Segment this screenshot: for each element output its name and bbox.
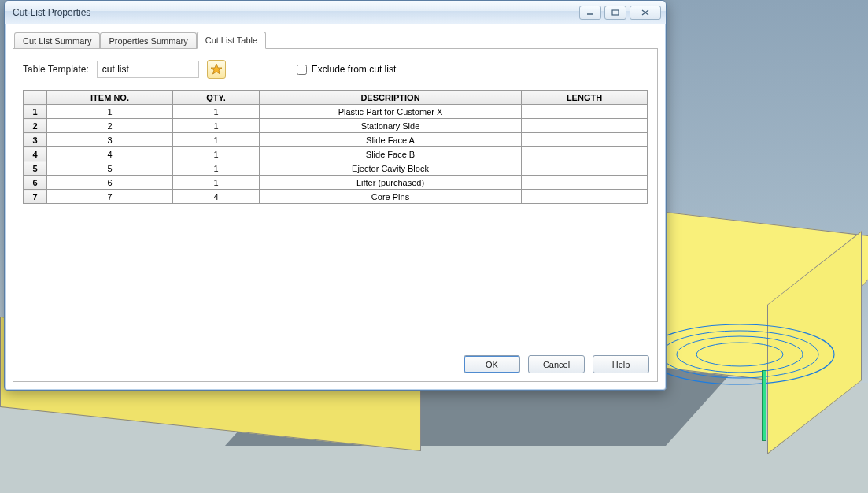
cell-length[interactable] [522,147,648,161]
column-header-item-no[interactable]: ITEM NO. [47,91,173,105]
maximize-icon [611,9,619,16]
table-template-input[interactable] [97,61,199,78]
cell-length[interactable] [522,105,648,119]
cut-list-properties-dialog: Cut-List Properties Cut List Summary Pro… [4,0,667,391]
tab-cut-list-table[interactable]: Cut List Table [197,32,266,49]
titlebar: Cut-List Properties [5,1,666,24]
tab-properties-summary[interactable]: Properties Summary [100,32,196,49]
cell-item-no[interactable]: 5 [47,161,173,176]
window-controls [579,6,661,20]
tab-strip: Cut List Summary Properties Summary Cut … [14,29,658,48]
table-row[interactable]: 441Slide Face B [24,147,648,161]
window-title: Cut-List Properties [13,7,579,18]
row-header[interactable]: 7 [24,190,47,204]
minimize-icon [586,9,594,16]
column-header-description[interactable]: DESCRIPTION [260,91,522,105]
cell-qty[interactable]: 1 [173,105,260,119]
table-row[interactable]: 111Plastic Part for Customer X [24,105,648,119]
cell-item-no[interactable]: 7 [47,190,173,204]
ok-button[interactable]: OK [464,355,520,373]
column-header-length[interactable]: LENGTH [522,91,648,105]
cell-item-no[interactable]: 6 [47,176,173,190]
close-icon [641,9,649,16]
cell-length[interactable] [522,133,648,147]
cell-qty[interactable]: 1 [173,161,260,176]
dialog-buttons: OK Cancel Help [464,355,649,373]
cell-qty[interactable]: 4 [173,190,260,204]
grid-corner[interactable] [24,91,47,105]
table-template-label: Table Template: [23,64,89,75]
row-header[interactable]: 4 [24,147,47,161]
cell-description[interactable]: Lifter (purchased) [260,176,522,190]
close-button[interactable] [630,6,661,20]
cell-description[interactable]: Core Pins [260,190,522,204]
help-button[interactable]: Help [593,355,649,373]
tab-cut-list-summary[interactable]: Cut List Summary [14,32,100,49]
cell-length[interactable] [522,190,648,204]
column-header-qty[interactable]: QTY. [173,91,260,105]
row-header[interactable]: 1 [24,105,47,119]
cell-length[interactable] [522,161,648,176]
maximize-button[interactable] [604,6,626,20]
minimize-button[interactable] [579,6,601,20]
cell-qty[interactable]: 1 [173,133,260,147]
cell-length[interactable] [522,119,648,133]
cell-qty[interactable]: 1 [173,119,260,133]
exclude-checkbox[interactable] [297,65,307,75]
svg-rect-5 [612,10,619,15]
table-row[interactable]: 774Core Pins [24,190,648,204]
cell-description[interactable]: Slide Face B [260,147,522,161]
cell-qty[interactable]: 1 [173,147,260,161]
tab-panel-cut-list-table: Table Template: Exclude from cut list IT… [13,48,658,382]
table-row[interactable]: 221Stationary Side [24,119,648,133]
cell-item-no[interactable]: 2 [47,119,173,133]
cell-item-no[interactable]: 4 [47,147,173,161]
exclude-label: Exclude from cut list [312,64,396,75]
cut-list-grid[interactable]: ITEM NO. QTY. DESCRIPTION LENGTH 111Plas… [23,90,648,204]
cancel-button[interactable]: Cancel [528,355,585,373]
cell-description[interactable]: Stationary Side [260,119,522,133]
table-row[interactable]: 551Ejector Cavity Block [24,161,648,176]
table-row[interactable]: 661Lifter (purchased) [24,176,648,190]
row-header[interactable]: 3 [24,133,47,147]
cell-description[interactable]: Slide Face A [260,133,522,147]
cell-description[interactable]: Ejector Cavity Block [260,161,522,176]
cell-length[interactable] [522,176,648,190]
exclude-from-cut-list: Exclude from cut list [297,64,396,75]
cell-qty[interactable]: 1 [173,176,260,190]
cell-item-no[interactable]: 3 [47,133,173,147]
template-row: Table Template: Exclude from cut list [23,60,648,79]
cell-item-no[interactable]: 1 [47,105,173,119]
model-ejector-pin [762,370,766,441]
row-header[interactable]: 2 [24,119,47,133]
star-icon [210,63,223,76]
browse-template-button[interactable] [207,60,226,79]
cut-list-grid-wrap: ITEM NO. QTY. DESCRIPTION LENGTH 111Plas… [23,90,648,326]
dialog-content: Cut List Summary Properties Summary Cut … [13,29,658,382]
svg-marker-8 [211,64,222,74]
cell-description[interactable]: Plastic Part for Customer X [260,105,522,119]
table-row[interactable]: 331Slide Face A [24,133,648,147]
row-header[interactable]: 5 [24,161,47,176]
row-header[interactable]: 6 [24,176,47,190]
